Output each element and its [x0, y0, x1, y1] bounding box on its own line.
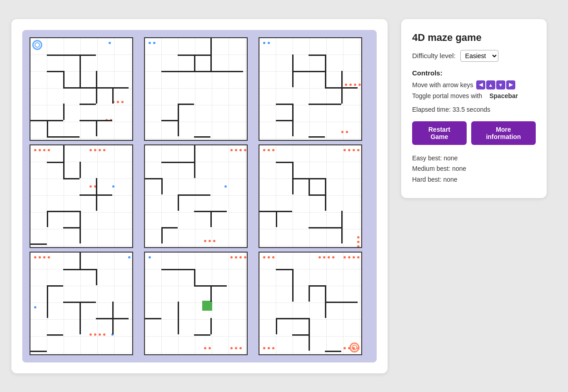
- dot: [90, 185, 92, 188]
- wall: [161, 162, 194, 163]
- wall: [161, 71, 210, 72]
- wall: [309, 136, 325, 138]
- sub-maze-1-1: [144, 144, 248, 248]
- wall: [63, 145, 65, 178]
- move-controls-line: Move with arrow keys ◀ ▲ ▼ ▶: [412, 80, 536, 89]
- wall: [30, 243, 47, 245]
- dot: [90, 333, 92, 336]
- wall: [276, 318, 277, 334]
- dot: [209, 347, 211, 349]
- wall: [194, 334, 210, 336]
- end-marker: [349, 342, 359, 352]
- dot: [357, 256, 359, 258]
- dot: [268, 347, 270, 349]
- wall: [178, 104, 179, 136]
- main-container: 4D maze game Difficulty level: Easiest E…: [11, 19, 557, 373]
- wall: [80, 104, 96, 105]
- wall: [210, 285, 212, 302]
- wall: [96, 120, 97, 136]
- wall: [341, 211, 343, 243]
- wall: [178, 104, 194, 105]
- wall: [161, 120, 178, 121]
- dot: [230, 256, 233, 258]
- wall: [80, 253, 81, 269]
- dot: [213, 240, 215, 242]
- dot: [348, 256, 350, 258]
- wall: [309, 104, 341, 105]
- dot: [204, 347, 206, 349]
- difficulty-select[interactable]: Easiest Easy Medium Hard: [460, 50, 498, 62]
- wall: [47, 211, 48, 227]
- dot: [230, 149, 233, 151]
- wall: [194, 269, 195, 285]
- dot: [112, 185, 115, 188]
- wall: [325, 302, 358, 303]
- dot: [239, 149, 242, 151]
- dot: [349, 84, 352, 86]
- difficulty-label: Difficulty level:: [412, 52, 456, 60]
- wall: [47, 120, 48, 136]
- wall: [309, 194, 325, 196]
- sub-maze-2-0: [30, 252, 133, 355]
- wall: [309, 318, 310, 351]
- dot: [149, 256, 151, 258]
- wall: [63, 71, 65, 87]
- button-row: Restart Game More information: [412, 121, 536, 145]
- wall: [161, 269, 194, 270]
- dot: [224, 185, 227, 188]
- sub-maze-0-0: [30, 37, 133, 141]
- arrow-up-key: ▲: [486, 80, 495, 89]
- dot: [357, 241, 359, 243]
- wall: [178, 302, 179, 334]
- dot: [344, 347, 346, 349]
- dot: [244, 149, 246, 151]
- dot: [268, 42, 270, 44]
- dot: [357, 236, 359, 238]
- wall: [47, 334, 63, 336]
- wall: [276, 104, 292, 105]
- dot: [346, 131, 348, 133]
- wall: [80, 55, 96, 56]
- medium-best: Medium best: none: [412, 164, 536, 174]
- wall: [309, 55, 325, 56]
- wall: [276, 211, 277, 227]
- wall: [325, 55, 326, 87]
- wall: [292, 71, 325, 72]
- dot: [328, 256, 330, 258]
- more-info-button[interactable]: More information: [471, 121, 536, 145]
- dot: [263, 347, 265, 349]
- dot: [34, 256, 36, 258]
- restart-button[interactable]: Restart Game: [412, 121, 467, 145]
- wall: [210, 71, 243, 72]
- dot: [103, 149, 105, 151]
- dot: [128, 256, 130, 258]
- wall: [47, 211, 80, 212]
- dot: [204, 240, 206, 242]
- wall: [161, 227, 163, 243]
- controls-label: Controls:: [412, 69, 536, 77]
- sub-maze-1-0: [30, 144, 133, 248]
- wall: [47, 136, 80, 138]
- dot: [263, 42, 265, 44]
- dot: [332, 256, 334, 258]
- wall: [325, 178, 326, 211]
- wall: [47, 55, 80, 56]
- dot: [244, 256, 246, 258]
- wall: [30, 351, 47, 352]
- dot: [121, 101, 124, 103]
- dot: [357, 149, 359, 151]
- wall: [341, 71, 343, 104]
- dot: [39, 256, 41, 258]
- dot: [353, 256, 355, 258]
- wall: [210, 38, 212, 71]
- wall: [96, 269, 97, 285]
- dot: [153, 42, 155, 44]
- wall: [178, 194, 210, 196]
- wall: [161, 227, 178, 228]
- wall: [292, 334, 309, 336]
- dot: [34, 149, 36, 151]
- wall: [47, 285, 63, 287]
- wall: [63, 178, 80, 179]
- player-token: [202, 301, 212, 311]
- elapsed-time: Elapsed time: 33.5 seconds: [412, 106, 536, 113]
